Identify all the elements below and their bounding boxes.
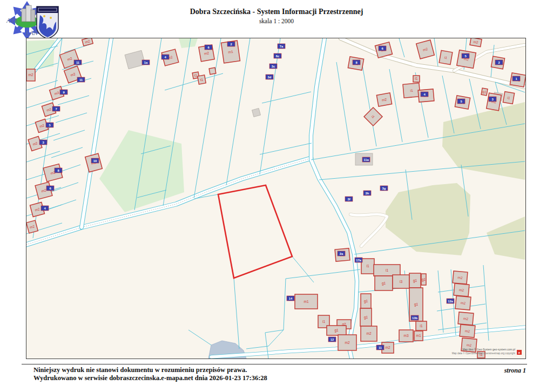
address-plate: 5 [457,99,465,104]
address-plate: 6c [274,53,281,58]
address-plate: 3c [269,64,277,69]
svg-text:10: 10 [93,159,97,163]
building-label: i1 [366,264,369,268]
building: i3 [393,275,409,288]
building: i1 [403,83,420,98]
building: g1 [481,88,488,96]
building: m2 [453,271,468,284]
building-label: m2 [457,275,463,280]
svg-text:3c: 3c [272,65,275,68]
building: g1 [360,308,372,326]
building-label: m2 [366,332,371,335]
svg-text:2: 2 [498,61,500,64]
svg-text:13b: 13b [412,316,417,320]
svg-text:17a: 17a [356,259,361,262]
building-label: m2 [465,329,470,333]
printout-page: ATA LAN Dobra Szczecińska - System Infor… [0,0,553,392]
building-label: m1 [416,334,421,337]
address-plate: 3h [363,191,371,195]
building: m2 [487,93,502,111]
svg-text:6c: 6c [276,55,280,58]
attribution-line2: Map data © OpenStreetMap openstreetmap.o… [452,352,516,355]
building: g1 [421,274,426,285]
address-plate: 17a [355,258,362,262]
building: g1 [327,326,346,335]
svg-text:2: 2 [230,43,232,46]
address-plate: 4 [161,55,169,59]
svg-text:7a: 7a [280,45,284,48]
building: m2 [455,296,471,310]
building: g1 [409,273,421,288]
building: i1 [439,50,453,64]
building: t1 [413,76,420,82]
svg-text:3d: 3d [268,76,272,79]
svg-text:12: 12 [331,338,334,341]
address-plate: 11 [376,345,384,350]
building-label: m2 [467,343,472,347]
address-plate: 11 [77,77,85,82]
building: t1 [198,75,206,84]
map-viewport[interactable]: m2m2m3m2m2m2m2m2m2m2m2m2m2m2m1t1t1m2m1m2… [26,38,526,359]
building-label: m2 [463,316,469,321]
building: m3 [399,330,413,342]
svg-text:3f: 3f [347,198,350,201]
building [252,109,261,117]
footer-printed-info: Wydrukowano w serwisie dobraszczecinska.… [33,374,267,382]
footer-disclaimer: Niniejszy wydruk nie stanowi dokumentu w… [33,366,247,374]
building: m2 [457,50,476,69]
building: m2 [454,283,469,296]
building-label: i1 [410,89,413,92]
building: m1 [295,294,318,309]
address-plate: 6 [46,186,54,191]
page-number: strona 1 [504,367,526,375]
building-label: g1 [414,302,419,307]
building-label: m2 [385,346,390,349]
building: g1 [375,276,393,290]
svg-text:3g: 3g [382,187,386,190]
address-plate: 3f [345,197,353,201]
address-plate: 2 [227,42,235,46]
building-label: i1 [322,320,325,323]
building: m2 [376,93,392,106]
address-plate: 6 [205,45,212,50]
svg-text:14: 14 [289,297,293,300]
building-label: g1 [422,278,426,282]
building-label: m1 [304,300,308,303]
building-label: m2 [345,341,349,344]
building: m2 [458,312,474,325]
building: m2 [361,326,377,341]
building: g1 [361,294,371,308]
address-plate: 13b [411,315,419,320]
address-plate: 7 [52,106,60,111]
svg-text:7: 7 [55,107,57,111]
building-label: m2 [28,73,33,77]
building-label: g1 [334,328,339,333]
address-plate: 11a [362,157,370,162]
building-label: i1 [420,324,422,328]
address-plate: 5 [46,123,53,127]
address-plate: 5 [462,53,469,58]
address-plate: 7a [278,44,285,49]
svg-text:11: 11 [379,346,382,349]
address-plate: 2 [495,60,503,65]
address-plate: 8 [353,60,360,65]
address-plate: 6 [379,46,386,51]
logo-text-lan: LAN [25,29,38,37]
scale-label: skala 1 : 2000 [0,18,553,24]
building [209,67,216,75]
building: i1 [374,265,400,276]
building: m2 [338,335,356,350]
building-label: g1 [364,299,368,303]
svg-text:11a: 11a [363,158,369,161]
svg-text:11: 11 [76,61,80,64]
address-plate: 3d [266,75,273,79]
building: m2 [26,69,35,81]
building-label: g1 [413,279,417,283]
page-title: Dobra Szczecińska - System Informacji Pr… [0,8,553,16]
address-plate: 2a [338,251,345,256]
address-plate: 8 [55,168,62,173]
building: i1 [361,259,374,274]
address-plate: 1a [142,60,150,65]
building-label: g1 [364,315,368,320]
building: m2 [460,325,475,337]
